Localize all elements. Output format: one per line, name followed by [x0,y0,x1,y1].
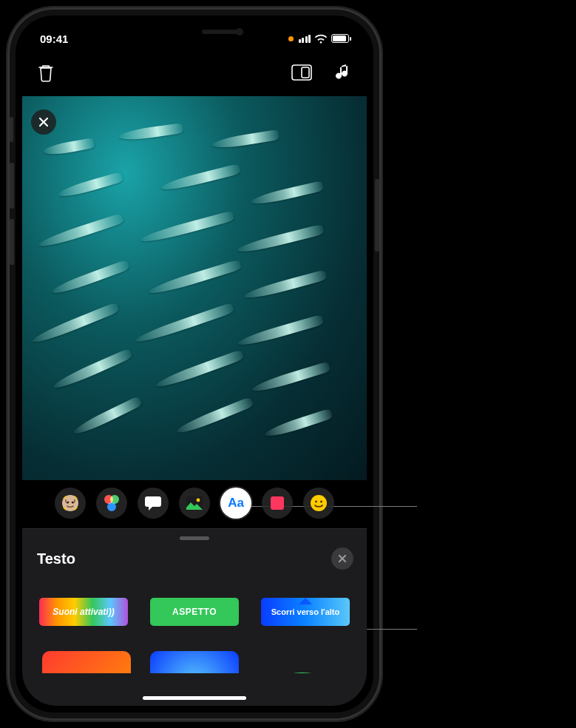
svg-point-3 [67,502,70,504]
text-style-button[interactable]: Aa [220,488,251,519]
emoji-icon [310,494,328,512]
home-indicator[interactable] [143,696,246,700]
shapes-icon [269,495,285,511]
clip-preview[interactable] [22,96,367,480]
notch [121,22,268,44]
shapes-button[interactable] [262,488,293,519]
fish-school-image [22,96,367,480]
svg-rect-1 [302,67,309,78]
sheet-close-button[interactable] [331,547,353,570]
speech-bubble-icon [144,495,162,511]
aspect-button[interactable] [291,62,312,83]
emoji-button[interactable] [303,488,334,519]
trash-icon [38,63,54,82]
label-text: Scorri verso l'alto [271,607,340,616]
scene-icon [186,496,203,510]
label-style-aspect[interactable]: ASPETTO [150,598,239,626]
screen: 09:41 [22,22,367,706]
sheet-grabber[interactable] [180,536,209,540]
scene-button[interactable] [179,488,210,519]
memoji-icon [61,493,80,513]
status-right [288,34,350,44]
filters-icon [104,495,120,511]
cellular-icon [299,35,311,43]
text-styles-sheet: Testo Suoni attivati)) ASPETTO Scorri ve… [22,528,367,706]
recording-indicator-icon [288,36,294,41]
delete-button[interactable] [35,62,56,83]
volume-down-button [10,219,14,265]
sheet-title: Testo [37,550,75,567]
svg-point-8 [311,495,327,511]
memoji-button[interactable] [55,488,86,519]
label-style-sound-on[interactable]: Suoni attivati)) [39,598,128,626]
wifi-icon [314,34,328,44]
battery-icon [331,34,349,43]
close-overlay-button[interactable] [31,109,56,135]
svg-point-6 [197,499,200,502]
aspect-icon [291,64,312,81]
music-note-icon [336,64,350,81]
close-icon [38,117,49,127]
label-style-swipe-up[interactable]: Scorri verso l'alto [261,598,350,626]
label-style-5[interactable] [150,651,239,673]
status-time: 09:41 [40,33,68,45]
music-button[interactable] [333,62,353,83]
svg-point-9 [315,501,317,503]
text-icon: Aa [228,496,244,510]
svg-rect-7 [271,496,284,510]
top-toolbar [22,56,367,89]
text-label-row: Suoni attivati)) ASPETTO Scorri verso l'… [33,598,356,626]
text-label-row-2 [33,651,356,673]
filters-button[interactable] [96,488,127,519]
svg-point-10 [320,501,322,503]
label-style-6[interactable] [258,651,347,673]
silence-switch [10,117,13,142]
side-button [375,179,379,252]
close-icon [338,554,347,563]
svg-point-4 [72,502,74,504]
label-style-4[interactable] [42,651,131,673]
speech-bubble-button[interactable] [138,488,169,519]
label-text: ASPETTO [172,607,217,617]
phone-frame: 09:41 [7,7,382,721]
label-text: Suoni attivati)) [52,607,114,617]
effects-row: Aa [22,481,367,525]
volume-up-button [10,163,14,209]
